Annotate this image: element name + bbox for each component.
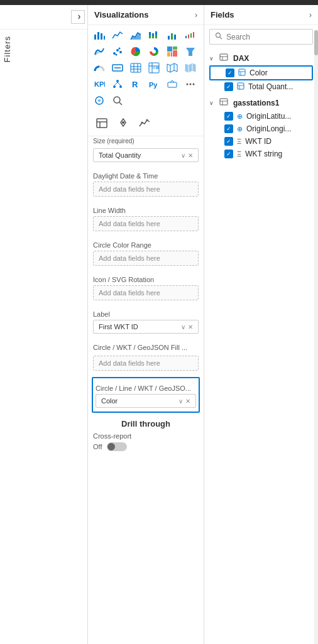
total-quant-checkbox[interactable]: ✓ (224, 82, 233, 91)
label-dropdown-icon[interactable]: ∨ (181, 324, 185, 330)
gauge-icon[interactable] (92, 60, 107, 75)
map-icon[interactable] (165, 60, 180, 75)
fields-scrollbar-thumb[interactable] (314, 30, 318, 55)
label-field-actions: ∨ ✕ (181, 324, 193, 330)
funnel-icon[interactable] (183, 44, 198, 59)
gasstations-group: ∨ gasstations1 ✓ ⊕ OriginLatitu... (209, 96, 313, 160)
fields-scrollbar-track (314, 30, 318, 644)
matrix-icon[interactable] (146, 60, 162, 75)
origin-lat-field-item[interactable]: ✓ ⊕ OriginLatitu... (209, 110, 313, 123)
svg-line-70 (220, 37, 222, 40)
svg-rect-32 (131, 63, 141, 72)
highlighted-remove-icon[interactable]: ✕ (185, 398, 190, 405)
treemap-icon[interactable] (165, 44, 180, 59)
decomp-icon[interactable] (110, 77, 125, 92)
highlighted-field-text: Color (101, 397, 118, 405)
circle-wkt-drop-zone[interactable]: Add data fields here (93, 356, 199, 371)
viz-header: Visualizations › (88, 5, 204, 25)
svg-rect-3 (104, 36, 105, 40)
color-field-item[interactable]: ✓ Color (209, 65, 313, 80)
ribbon-chart-icon[interactable] (92, 44, 107, 59)
filters-label: Filters (0, 30, 87, 68)
more-visuals-icon[interactable] (183, 77, 198, 92)
svg-line-53 (118, 82, 121, 85)
drill-through-title: Drill through (93, 419, 199, 428)
circle-color-placeholder: Add data fields here (99, 254, 160, 262)
daylight-drop-zone[interactable]: Add data fields here (93, 182, 199, 197)
card-icon[interactable] (110, 60, 125, 75)
search-visual-icon[interactable] (110, 93, 125, 108)
svg-point-22 (119, 48, 121, 50)
color-checkbox[interactable]: ✓ (226, 68, 234, 77)
pie-chart-icon[interactable] (128, 44, 143, 59)
daylight-placeholder: Add data fields here (99, 185, 160, 193)
dax-group-name: DAX (233, 54, 249, 63)
wkt-id-field-item[interactable]: ✓ Ξ WKT ID (209, 135, 313, 148)
viz-header-arrow[interactable]: › (195, 11, 197, 19)
bar-chart-icon[interactable] (92, 28, 107, 43)
gasstations-group-header[interactable]: ∨ gasstations1 (209, 96, 313, 110)
custom-icon[interactable] (165, 77, 180, 92)
circle-wkt-section: Circle / WKT / GeoJSON Fill ... (88, 337, 204, 356)
kpi-icon[interactable]: KPI (92, 77, 107, 92)
analytics-property-icon[interactable] (136, 114, 153, 132)
format-property-icon[interactable] (114, 114, 132, 132)
svg-rect-28 (171, 52, 172, 57)
label-field-filled[interactable]: First WKT ID ∨ ✕ (93, 320, 199, 334)
field-dropdown-icon[interactable]: ∨ (181, 152, 185, 159)
origin-long-checkbox[interactable]: ✓ (224, 124, 233, 133)
svg-point-69 (216, 33, 221, 38)
fields-header-arrow[interactable]: › (309, 11, 312, 19)
origin-lat-checkbox[interactable]: ✓ (224, 112, 233, 121)
column-chart-icon[interactable] (165, 28, 180, 43)
fields-search-box[interactable] (209, 29, 313, 45)
svg-point-19 (116, 49, 119, 52)
filters-panel: Filters (0, 5, 88, 644)
total-quant-field-item[interactable]: ✓ Total Quant... (209, 80, 313, 93)
r-icon[interactable]: R (128, 77, 143, 92)
line-chart-icon[interactable] (110, 28, 125, 43)
python-icon[interactable]: Py (146, 77, 162, 92)
field-remove-icon[interactable]: ✕ (188, 152, 193, 159)
custom-visual-icon[interactable] (92, 93, 107, 108)
table-icon[interactable] (128, 60, 143, 75)
svg-marker-29 (186, 48, 195, 56)
scatter-icon[interactable] (110, 44, 125, 59)
circle-color-section: Circle Color Range Add data fields here (88, 235, 204, 270)
stacked-bar-icon[interactable] (146, 28, 162, 43)
svg-rect-6 (149, 35, 151, 38)
origin-long-field-item[interactable]: ✓ ⊕ OriginLongi... (209, 123, 313, 135)
icon-svg-drop-zone[interactable]: Add data fields here (93, 285, 199, 300)
filters-collapse-button[interactable] (71, 10, 85, 24)
svg-rect-16 (190, 33, 192, 38)
svg-point-68 (146, 119, 148, 121)
area-chart-icon[interactable] (128, 28, 143, 43)
circle-wkt-label: Circle / WKT / GeoJSON Fill ... (93, 344, 199, 351)
line-width-drop-zone[interactable]: Add data fields here (93, 216, 199, 231)
donut-icon[interactable] (146, 44, 162, 59)
label-remove-icon[interactable]: ✕ (188, 324, 193, 330)
waterfall-icon[interactable] (183, 28, 198, 43)
wkt-string-checkbox[interactable]: ✓ (224, 150, 233, 158)
highlighted-field-actions: ∨ ✕ (178, 398, 190, 405)
fields-property-icon[interactable] (93, 114, 111, 132)
total-quantity-field[interactable]: Total Quantity ∨ ✕ (93, 148, 199, 162)
svg-point-21 (116, 54, 118, 56)
svg-point-20 (119, 51, 122, 53)
filled-map-icon[interactable] (183, 60, 198, 75)
svg-point-49 (116, 80, 119, 82)
svg-rect-56 (168, 82, 177, 87)
highlighted-dropdown-icon[interactable]: ∨ (178, 398, 183, 405)
circle-color-drop-zone[interactable]: Add data fields here (93, 251, 199, 266)
wkt-string-field-item[interactable]: ✓ Ξ WKT string (209, 148, 313, 160)
svg-point-57 (187, 84, 189, 85)
wkt-id-checkbox[interactable]: ✓ (224, 137, 233, 146)
cross-report-toggle[interactable] (107, 442, 127, 451)
wkt-string-text-icon: Ξ (237, 150, 241, 158)
search-input[interactable] (226, 33, 318, 41)
highlighted-field-filled[interactable]: Color ∨ ✕ (96, 394, 196, 408)
color-field-name: Color (249, 68, 309, 77)
fields-tree: ∨ DAX ✓ Color (204, 48, 318, 165)
circle-wkt-placeholder: Add data fields here (99, 359, 160, 367)
dax-group-header[interactable]: ∨ DAX (209, 51, 313, 65)
